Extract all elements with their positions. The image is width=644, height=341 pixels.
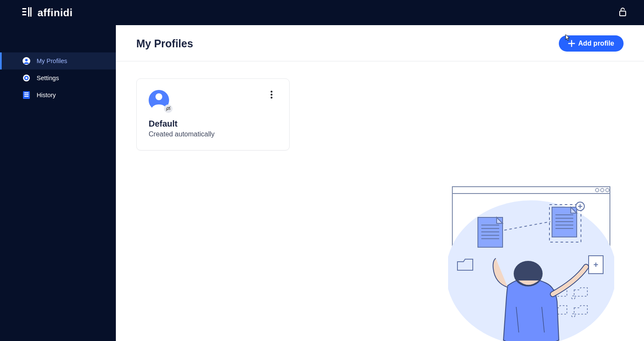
svg-line-55 xyxy=(542,307,544,332)
svg-rect-5 xyxy=(620,11,626,16)
svg-point-52 xyxy=(572,314,575,317)
lock-button[interactable] xyxy=(618,7,627,18)
svg-rect-36 xyxy=(552,207,577,237)
svg-point-23 xyxy=(595,188,599,192)
svg-point-7 xyxy=(25,59,28,61)
svg-rect-14 xyxy=(24,96,29,97)
svg-point-24 xyxy=(601,188,604,192)
svg-rect-12 xyxy=(24,92,29,93)
kebab-icon xyxy=(270,90,273,100)
profile-menu-button[interactable] xyxy=(266,90,276,100)
svg-rect-2 xyxy=(22,14,26,15)
svg-point-10 xyxy=(26,77,28,79)
sidebar-item-label: My Profiles xyxy=(37,58,67,64)
svg-point-26 xyxy=(448,200,614,341)
profile-card[interactable]: Default Created automatically xyxy=(136,78,290,150)
svg-rect-1 xyxy=(22,11,26,12)
svg-line-54 xyxy=(516,307,519,332)
svg-rect-4 xyxy=(30,7,32,17)
svg-rect-22 xyxy=(452,187,610,194)
svg-point-19 xyxy=(270,93,272,95)
add-profile-label: Add profile xyxy=(578,40,614,47)
page-header: My Profiles Add profile xyxy=(116,25,644,61)
svg-rect-27 xyxy=(478,217,503,247)
svg-rect-0 xyxy=(22,8,26,9)
svg-point-53 xyxy=(514,261,543,286)
profile-name: Default xyxy=(149,119,277,129)
svg-rect-13 xyxy=(24,94,29,95)
body: My Profiles Settings Histor xyxy=(0,25,644,341)
svg-point-49 xyxy=(551,296,555,299)
profile-avatar xyxy=(149,90,170,111)
list-icon xyxy=(22,91,31,99)
svg-point-51 xyxy=(551,314,555,317)
sidebar-item-label: History xyxy=(37,92,56,98)
sidebar-item-history[interactable]: History xyxy=(0,87,116,104)
svg-point-20 xyxy=(270,96,272,98)
svg-point-18 xyxy=(270,90,272,92)
svg-point-43 xyxy=(576,202,584,211)
svg-point-50 xyxy=(572,296,575,299)
cloud-off-icon xyxy=(164,104,172,113)
topbar: affinidi xyxy=(0,0,644,25)
sidebar-item-settings[interactable]: Settings xyxy=(0,69,116,87)
svg-rect-46 xyxy=(589,256,603,274)
sidebar-item-my-profiles[interactable]: My Profiles xyxy=(0,52,116,69)
svg-rect-3 xyxy=(28,7,29,17)
svg-line-34 xyxy=(504,222,550,230)
brand: affinidi xyxy=(22,7,73,19)
plus-icon xyxy=(568,40,575,47)
profile-subtitle: Created automatically xyxy=(149,130,277,138)
sidebar: My Profiles Settings Histor xyxy=(0,25,116,341)
sidebar-item-label: Settings xyxy=(37,75,59,81)
svg-point-25 xyxy=(606,188,609,192)
brand-logo-icon xyxy=(22,7,33,18)
content-area: Default Created automatically xyxy=(116,61,644,341)
illustration xyxy=(448,183,614,341)
add-profile-button[interactable]: Add profile xyxy=(559,35,624,52)
avatar-icon xyxy=(22,57,31,65)
main: My Profiles Add profile xyxy=(116,25,644,341)
svg-rect-21 xyxy=(452,187,610,280)
page-title: My Profiles xyxy=(136,38,193,50)
svg-marker-37 xyxy=(571,207,577,213)
gear-icon xyxy=(22,74,31,82)
lock-icon xyxy=(618,12,627,18)
brand-name: affinidi xyxy=(37,7,73,19)
svg-rect-35 xyxy=(549,205,581,242)
svg-marker-28 xyxy=(497,217,503,223)
